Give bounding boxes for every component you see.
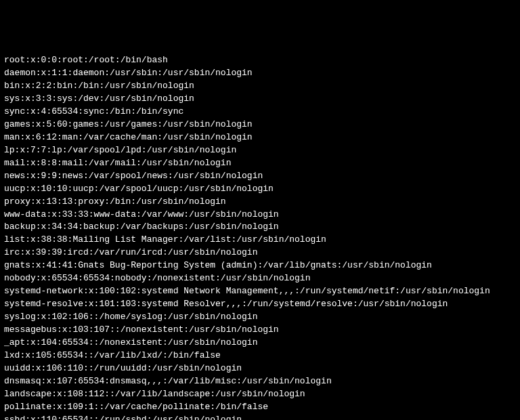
file-line: systemd-resolve:x:101:103:systemd Resolv… bbox=[4, 298, 516, 311]
file-line: uuidd:x:106:110::/run/uuidd:/usr/sbin/no… bbox=[4, 362, 516, 375]
file-line: uucp:x:10:10:uucp:/var/spool/uucp:/usr/s… bbox=[4, 183, 516, 196]
file-line: syslog:x:102:106::/home/syslog:/usr/sbin… bbox=[4, 311, 516, 324]
file-content: root:x:0:0:root:/root:/bin/bashdaemon:x:… bbox=[4, 54, 516, 420]
file-line: backup:x:34:34:backup:/var/backups:/usr/… bbox=[4, 221, 516, 234]
file-line: sync:x:4:65534:sync:/bin:/bin/sync bbox=[4, 106, 516, 119]
file-line: games:x:5:60:games:/usr/games:/usr/sbin/… bbox=[4, 119, 516, 131]
file-line: daemon:x:1:1:daemon:/usr/sbin:/usr/sbin/… bbox=[4, 67, 516, 80]
file-line: list:x:38:38:Mailing List Manager:/var/l… bbox=[4, 234, 516, 247]
file-line: lxd:x:105:65534::/var/lib/lxd/:/bin/fals… bbox=[4, 350, 516, 362]
file-line: proxy:x:13:13:proxy:/bin:/usr/sbin/nolog… bbox=[4, 196, 516, 209]
file-line: sys:x:3:3:sys:/dev:/usr/sbin/nologin bbox=[4, 93, 516, 106]
file-line: gnats:x:41:41:Gnats Bug-Reporting System… bbox=[4, 259, 516, 272]
file-line: pollinate:x:109:1::/var/cache/pollinate:… bbox=[4, 401, 516, 414]
file-line: man:x:6:12:man:/var/cache/man:/usr/sbin/… bbox=[4, 131, 516, 144]
file-line: nobody:x:65534:65534:nobody:/nonexistent… bbox=[4, 272, 516, 285]
file-line: root:x:0:0:root:/root:/bin/bash bbox=[4, 54, 516, 67]
file-line: lp:x:7:7:lp:/var/spool/lpd:/usr/sbin/nol… bbox=[4, 144, 516, 157]
file-line: news:x:9:9:news:/var/spool/news:/usr/sbi… bbox=[4, 170, 516, 183]
file-line: landscape:x:108:112::/var/lib/landscape:… bbox=[4, 388, 516, 401]
file-line: mail:x:8:8:mail:/var/mail:/usr/sbin/nolo… bbox=[4, 157, 516, 170]
file-line: systemd-network:x:100:102:systemd Networ… bbox=[4, 285, 516, 298]
file-line: messagebus:x:103:107::/nonexistent:/usr/… bbox=[4, 324, 516, 337]
file-line: dnsmasq:x:107:65534:dnsmasq,,,:/var/lib/… bbox=[4, 375, 516, 388]
file-line: irc:x:39:39:ircd:/var/run/ircd:/usr/sbin… bbox=[4, 247, 516, 259]
file-line: www-data:x:33:33:www-data:/var/www:/usr/… bbox=[4, 209, 516, 222]
file-line: bin:x:2:2:bin:/bin:/usr/sbin/nologin bbox=[4, 80, 516, 93]
file-line: sshd:x:110:65534::/run/sshd:/usr/sbin/no… bbox=[4, 414, 516, 420]
file-line: _apt:x:104:65534::/nonexistent:/usr/sbin… bbox=[4, 337, 516, 350]
